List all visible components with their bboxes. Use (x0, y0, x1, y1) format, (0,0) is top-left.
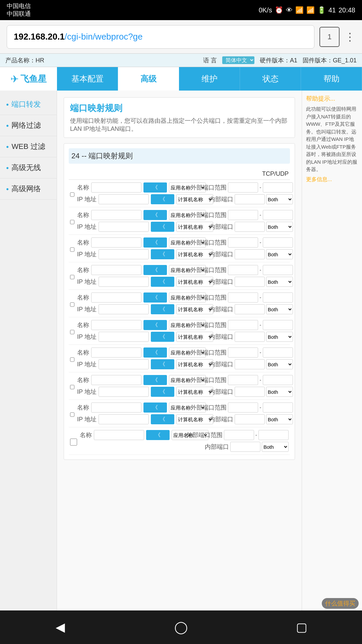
row1-ext-port1[interactable] (228, 182, 258, 193)
row5-arrow-btn[interactable]: 《 (143, 292, 167, 303)
row9-ip-input[interactable] (99, 414, 149, 424)
row7-int-port[interactable] (235, 359, 265, 369)
row8-comp-select[interactable]: 计算机名称 (176, 387, 213, 397)
row9-int-port[interactable] (235, 414, 265, 424)
row7-ext-port2[interactable] (263, 347, 293, 358)
row10-ext-port2[interactable] (258, 430, 289, 440)
help-title[interactable]: 帮助提示... (306, 95, 358, 103)
row3-int-port[interactable] (235, 249, 265, 259)
row2-ext-port1[interactable] (228, 210, 258, 220)
row7-name-input[interactable] (91, 347, 141, 358)
row2-ip-input[interactable] (99, 222, 149, 232)
row6-name-input[interactable] (91, 320, 141, 330)
row9-checkbox[interactable] (70, 410, 74, 419)
row6-arrow-btn[interactable]: 《 (143, 320, 167, 330)
row7-arrow-btn[interactable]: 《 (143, 347, 167, 358)
row4-ext-port1[interactable] (228, 265, 258, 275)
nav-tab-basic[interactable]: 基本配置 (57, 67, 118, 91)
row2-checkbox[interactable] (70, 217, 74, 227)
row2-name-input[interactable] (91, 210, 141, 220)
row4-arrow-btn[interactable]: 《 (143, 265, 167, 275)
row8-both-select[interactable]: Both (266, 387, 293, 397)
row9-ip-arrow-btn[interactable]: 《 (151, 414, 174, 424)
row1-int-port[interactable] (235, 194, 265, 204)
row10-arrow-btn[interactable]: 《 (146, 430, 170, 440)
back-button[interactable]: ◀ (49, 615, 72, 639)
row9-ext-port1[interactable] (228, 402, 258, 413)
row5-both-select[interactable]: Both (266, 304, 293, 314)
row2-arrow-btn[interactable]: 《 (143, 210, 167, 220)
row1-both-select[interactable]: Both (266, 194, 293, 204)
row7-ext-port1[interactable] (228, 347, 258, 358)
row4-ext-port2[interactable] (263, 265, 293, 275)
row8-arrow-btn[interactable]: 《 (143, 375, 167, 385)
row5-ext-port2[interactable] (263, 292, 293, 303)
row9-comp-select[interactable]: 计算机名称 (176, 414, 213, 424)
row3-ext-port2[interactable] (263, 237, 293, 248)
row6-ext-port2[interactable] (263, 320, 293, 330)
help-more-link[interactable]: 更多信息... (306, 176, 358, 183)
row2-both-select[interactable]: Both (266, 222, 293, 232)
nav-tab-help[interactable]: 帮助 (301, 67, 362, 91)
row3-ip-arrow-btn[interactable]: 《 (151, 249, 174, 259)
row1-name-input[interactable] (91, 182, 141, 193)
row10-int-port[interactable] (230, 442, 260, 452)
row10-ext-port1[interactable] (224, 430, 254, 440)
sidebar-item-port-forward[interactable]: ● 端口转发 (0, 94, 57, 115)
sidebar-item-adv-wireless[interactable]: ● 高级无线 (0, 157, 57, 178)
row3-arrow-btn[interactable]: 《 (143, 237, 167, 248)
row6-ip-arrow-btn[interactable]: 《 (151, 332, 174, 342)
sidebar-item-web-filter[interactable]: ● WEB 过滤 (0, 136, 57, 157)
row8-int-port[interactable] (235, 387, 265, 397)
row3-comp-select[interactable]: 计算机名称 (176, 249, 213, 259)
sidebar-item-adv-network[interactable]: ● 高级网络 (0, 178, 57, 200)
row3-ip-input[interactable] (99, 249, 149, 259)
row9-both-select[interactable]: Both (266, 414, 293, 424)
row7-ip-input[interactable] (99, 359, 149, 369)
row5-checkbox[interactable] (70, 300, 74, 309)
row6-checkbox[interactable] (70, 327, 74, 337)
row5-int-port[interactable] (235, 304, 265, 314)
row8-ext-port2[interactable] (263, 375, 293, 385)
row5-comp-select[interactable]: 计算机名称 (176, 304, 213, 314)
menu-button[interactable]: ⋮ (345, 31, 355, 43)
recent-button[interactable]: ▢ (290, 615, 313, 639)
row2-ext-port2[interactable] (263, 210, 293, 220)
row5-ip-input[interactable] (99, 304, 149, 314)
row1-ext-port2[interactable] (263, 182, 293, 193)
lang-select[interactable]: 简体中文 (222, 56, 254, 64)
sidebar-item-net-filter[interactable]: ● 网络过滤 (0, 115, 57, 136)
row7-comp-select[interactable]: 计算机名称 (176, 359, 213, 369)
row2-ip-arrow-btn[interactable]: 《 (151, 222, 174, 232)
row4-both-select[interactable]: Both (266, 277, 293, 287)
nav-tab-maintain[interactable]: 维护 (179, 67, 240, 91)
home-button[interactable]: ◯ (169, 615, 193, 639)
tab-count[interactable]: 1 (319, 27, 340, 47)
row9-arrow-btn[interactable]: 《 (143, 402, 167, 413)
row10-both-select[interactable]: Both (262, 442, 289, 452)
row1-comp-select[interactable]: 计算机名称 (176, 194, 213, 204)
row7-checkbox[interactable] (70, 355, 74, 364)
row1-arrow-btn[interactable]: 《 (143, 182, 167, 193)
row3-ext-port1[interactable] (228, 237, 258, 248)
nav-tab-status[interactable]: 状态 (240, 67, 301, 91)
row4-ip-arrow-btn[interactable]: 《 (151, 277, 174, 287)
row7-both-select[interactable]: Both (266, 359, 293, 369)
row6-int-port[interactable] (235, 332, 265, 342)
row5-ext-port1[interactable] (228, 292, 258, 303)
row4-comp-select[interactable]: 计算机名称 (176, 277, 213, 287)
row3-checkbox[interactable] (70, 245, 74, 254)
row10-checkbox[interactable] (70, 437, 77, 447)
row5-ip-arrow-btn[interactable]: 《 (151, 304, 174, 314)
row10-name-input[interactable] (94, 430, 144, 440)
row8-checkbox[interactable] (70, 382, 74, 392)
row6-both-select[interactable]: Both (266, 332, 293, 342)
row3-both-select[interactable]: Both (266, 249, 293, 259)
row8-ip-arrow-btn[interactable]: 《 (151, 387, 174, 397)
nav-tab-advanced[interactable]: 高级 (118, 67, 179, 91)
url-bar[interactable]: 192.168.20.1/cgi-bin/webproc?ge (7, 25, 314, 49)
row6-ip-input[interactable] (99, 332, 149, 342)
row7-ip-arrow-btn[interactable]: 《 (151, 359, 174, 369)
row6-ext-port1[interactable] (228, 320, 258, 330)
row2-comp-select[interactable]: 计算机名称 (176, 222, 213, 232)
